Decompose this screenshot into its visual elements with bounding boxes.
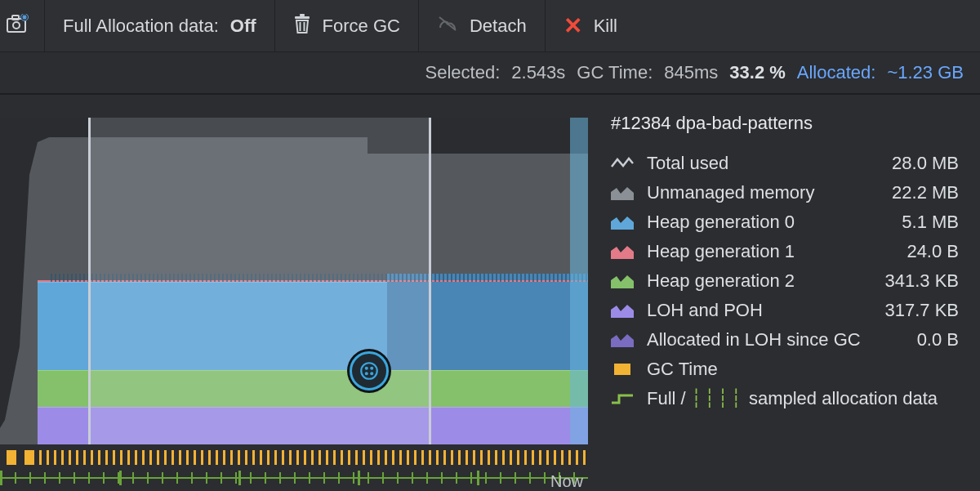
legend-value: 5.1 MB	[902, 212, 959, 233]
legend-swatch-icon	[611, 214, 634, 230]
top-toolbar: Full Allocation data: Off Force GC Detac…	[0, 0, 980, 52]
legend-value: 341.3 KB	[884, 270, 959, 292]
legend-item-gen1[interactable]: Heap generation 124.0 B	[611, 237, 959, 266]
full-allocation-toggle[interactable]: Full Allocation data: Off	[45, 0, 275, 51]
svg-point-11	[371, 367, 373, 369]
legend-swatch-icon	[611, 243, 634, 260]
full-allocation-label: Full Allocation data:	[63, 16, 219, 37]
force-gc-button[interactable]: Force GC	[275, 0, 419, 51]
camera-gear-icon	[7, 14, 29, 38]
legend-item-unmanaged[interactable]: Unmanaged memory22.2 MB	[611, 178, 959, 208]
process-title: #12384 dpa-bad-patterns	[611, 113, 959, 134]
legend-label: Full / ┆┆┆┆ sampled allocation data	[647, 388, 946, 409]
memory-timeline-chart[interactable]: Now	[0, 95, 588, 491]
detach-label: Detach	[470, 16, 527, 37]
legend-item-total_used[interactable]: Total used28.0 MB	[611, 149, 959, 178]
selection-stats-bar: Selected: 2.543s GC Time: 845ms 33.2 % A…	[0, 52, 980, 95]
detach-button: Detach	[419, 0, 546, 51]
detach-icon	[437, 15, 458, 38]
selected-value: 2.543s	[511, 62, 565, 83]
svg-point-10	[365, 367, 368, 369]
svg-rect-5	[300, 14, 305, 16]
selected-label: Selected:	[425, 62, 501, 83]
svg-point-9	[361, 363, 377, 379]
legend-item-loh[interactable]: LOH and POH317.7 KB	[611, 296, 959, 325]
legend-swatch-icon	[611, 155, 634, 172]
legend-value: 317.7 KB	[884, 300, 959, 321]
legend-label: Heap generation 0	[647, 212, 889, 233]
legend-panel: #12384 dpa-bad-patterns Total used28.0 M…	[588, 95, 980, 491]
chart-canvas[interactable]	[0, 118, 588, 444]
gc-time-value: 845ms	[664, 62, 718, 83]
gc-time-label: GC Time:	[577, 62, 653, 83]
legend-label: Unmanaged memory	[647, 182, 879, 203]
main-content: Now #12384 dpa-bad-patterns Total used28…	[0, 95, 980, 491]
svg-rect-14	[614, 364, 630, 375]
legend-value: 22.2 MB	[892, 182, 959, 203]
snapshot-button[interactable]	[0, 0, 45, 51]
legend-item-gc_time[interactable]: GC Time	[611, 355, 959, 384]
svg-rect-4	[295, 16, 310, 19]
svg-point-13	[371, 373, 373, 375]
svg-point-2	[13, 22, 20, 29]
snapshot-marker[interactable]	[350, 351, 389, 391]
legend-swatch-icon	[611, 361, 634, 377]
gc-time-track	[0, 448, 588, 467]
legend-label: Total used	[647, 153, 879, 174]
legend-value: 28.0 MB	[892, 153, 959, 174]
kill-button[interactable]: ✕ Kill	[546, 0, 635, 51]
time-ruler[interactable]	[0, 471, 588, 490]
svg-point-12	[365, 373, 368, 375]
legend-item-gen0[interactable]: Heap generation 05.1 MB	[611, 208, 959, 237]
allocated-value: ~1.23 GB	[887, 62, 964, 83]
legend-label: GC Time	[647, 359, 946, 380]
gc-time-percent: 33.2 %	[729, 62, 786, 83]
legend-label: Heap generation 2	[647, 270, 871, 292]
trash-icon	[293, 14, 311, 38]
legend-item-gen2[interactable]: Heap generation 2341.3 KB	[611, 266, 959, 296]
allocated-label: Allocated:	[797, 62, 876, 83]
now-label: Now	[550, 472, 583, 491]
legend-item-loh_alloc[interactable]: Allocated in LOH since GC0.0 B	[611, 325, 959, 355]
kill-label: Kill	[594, 16, 617, 37]
now-column	[570, 118, 588, 444]
legend-value: 24.0 B	[906, 241, 959, 262]
legend-label: Heap generation 1	[647, 241, 893, 262]
legend-value: 0.0 B	[917, 329, 959, 350]
svg-rect-1	[12, 16, 19, 20]
force-gc-label: Force GC	[323, 16, 400, 37]
legend-swatch-icon	[611, 273, 634, 289]
legend-swatch-icon	[611, 302, 634, 319]
legend-swatch-icon	[611, 332, 634, 348]
legend-label: Allocated in LOH since GC	[647, 329, 904, 350]
legend-item-sampled[interactable]: Full / ┆┆┆┆ sampled allocation data	[611, 384, 959, 413]
close-x-icon: ✕	[564, 15, 582, 38]
legend-swatch-icon	[611, 391, 634, 407]
time-selection[interactable]	[88, 118, 431, 444]
legend-swatch-icon	[611, 185, 634, 201]
legend-label: LOH and POH	[647, 300, 871, 321]
full-allocation-value: Off	[230, 16, 256, 37]
